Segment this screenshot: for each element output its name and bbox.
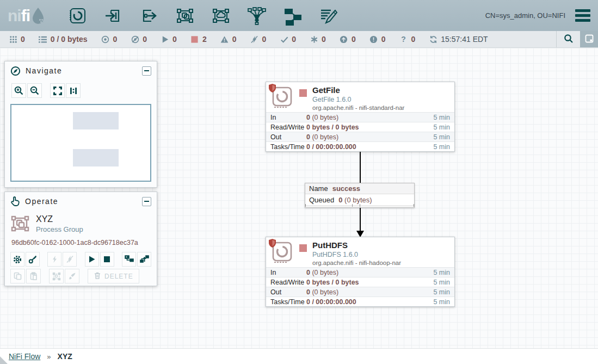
stat-row-tasks: Tasks/Time 0 / 00:00:00.000 5 min <box>266 141 454 151</box>
start-button[interactable] <box>85 252 99 267</box>
process-group-icon <box>10 214 30 233</box>
logo-text-fi: fi <box>21 7 30 24</box>
nifi-app: nifi <box>0 0 598 364</box>
navigate-collapse-button[interactable] <box>142 66 151 76</box>
delete-button-label: DELETE <box>104 273 133 280</box>
queued-count: 0 / 0 bytes <box>51 35 88 44</box>
disabled-status: 0 <box>250 35 266 44</box>
create-template-button[interactable] <box>122 252 136 267</box>
operate-buttons-row-1 <box>10 252 151 267</box>
stat-row-in: In 0 (0 bytes) 5 min <box>266 267 454 277</box>
locally-modified-count: 0 <box>322 35 326 44</box>
configure-button[interactable] <box>10 252 24 267</box>
stopped-status: 2 <box>190 35 207 44</box>
operate-palette: Operate XYZ Process Group 96db60fc-0162-… <box>4 192 157 286</box>
funnel-toolbar-icon[interactable] <box>246 5 267 26</box>
invalid-status: 0 <box>220 35 237 44</box>
minimap-processor-getfile <box>73 112 119 129</box>
breadcrumb-current[interactable]: XYZ <box>58 352 72 361</box>
zoom-actual-size-button[interactable] <box>66 83 81 98</box>
process-group-toolbar-icon[interactable] <box>175 5 195 26</box>
breadcrumb-root-link[interactable]: NiFi Flow <box>9 352 40 361</box>
restricted-shield-icon <box>269 239 276 250</box>
birdseye-minimap[interactable] <box>10 104 151 182</box>
locally-modified-icon <box>310 35 318 44</box>
status-bar-right <box>556 31 598 47</box>
birdseye-toggle-button[interactable] <box>580 31 598 47</box>
label-toolbar-icon[interactable] <box>318 5 339 26</box>
zoom-out-button[interactable] <box>27 83 42 98</box>
logo-text-ni: ni <box>8 7 21 24</box>
stat-window: 5 min <box>425 114 450 121</box>
input-port-toolbar-icon[interactable] <box>103 5 124 26</box>
stat-label: Out <box>270 288 306 296</box>
processor-stats-table: In 0 (0 bytes) 5 min Read/Write 0 bytes … <box>266 112 454 151</box>
zoom-fit-button[interactable] <box>50 83 65 98</box>
header-right: CN=sys_admin, OU=NIFI <box>485 9 590 22</box>
compass-icon <box>10 66 21 76</box>
stopped-icon <box>190 35 199 44</box>
flow-canvas[interactable]: GetFile GetFile 1.6.0 org.apache.nifi - … <box>0 48 598 348</box>
copy-button <box>10 269 25 283</box>
sync-failure-icon: ? <box>399 35 408 44</box>
selected-component-id: 96db60fc-0162-1000-1ac8-dc96718ec37a <box>11 239 151 246</box>
not-transmitting-icon <box>131 35 139 44</box>
processor-toolbar-icon[interactable] <box>67 5 88 26</box>
processor-name: PutHDFS <box>312 240 401 251</box>
nifi-drop-icon <box>31 7 45 27</box>
locally-modified-stale-count: 0 <box>381 35 386 44</box>
restricted-shield-icon <box>269 84 276 95</box>
upload-template-button[interactable] <box>137 252 151 267</box>
change-color-button <box>65 269 79 283</box>
connection-queued-label: Queued <box>309 196 334 204</box>
delete-button: DELETE <box>88 269 139 283</box>
refresh-icon <box>429 35 437 44</box>
not-transmitting-status: 0 <box>131 35 147 44</box>
component-toolbar <box>67 5 339 26</box>
processor-bundle: org.apache.nifi - nifi-hadoop-nar <box>312 259 401 267</box>
processor-icon <box>270 241 293 264</box>
stat-window: 5 min <box>425 269 450 276</box>
connection-name-value: success <box>332 184 360 193</box>
stat-value-rest: (0 bytes) <box>310 269 338 276</box>
flow-status-bar: 0 0 / 0 bytes 0 0 0 2 <box>0 31 598 48</box>
disabled-icon <box>250 35 258 44</box>
minus-icon <box>144 201 149 202</box>
search-button[interactable] <box>556 31 580 47</box>
stat-value-bold: 0 / 00:00:00.000 <box>306 143 356 151</box>
global-menu-icon[interactable] <box>575 9 590 22</box>
operate-collapse-button[interactable] <box>142 197 151 206</box>
stop-button[interactable] <box>100 252 114 267</box>
locally-modified-stale-icon <box>369 35 378 44</box>
stat-value-rest: (0 bytes) <box>310 114 338 121</box>
transmitting-icon <box>101 35 110 44</box>
stat-value-bold: 0 <box>306 269 310 276</box>
paste-button <box>26 269 41 283</box>
access-policies-button[interactable] <box>26 252 40 267</box>
stat-row-in: In 0 (0 bytes) 5 min <box>266 112 454 122</box>
up-to-date-icon <box>280 35 288 44</box>
operate-panel-header[interactable]: Operate <box>5 192 157 211</box>
connection-queue-gauge <box>305 206 414 207</box>
processor-version: GetFile 1.6.0 <box>312 96 404 104</box>
processor-getfile[interactable]: GetFile GetFile 1.6.0 org.apache.nifi - … <box>266 82 455 152</box>
processor-header: PutHDFS PutHDFS 1.6.0 org.apache.nifi - … <box>266 237 454 267</box>
current-user: CN=sys_admin, OU=NIFI <box>485 11 565 20</box>
stale-status: 0 <box>340 35 356 44</box>
stat-row-tasks: Tasks/Time 0 / 00:00:00.000 5 min <box>266 297 454 306</box>
stat-label: Tasks/Time <box>270 298 306 306</box>
template-toolbar-icon[interactable] <box>282 5 303 26</box>
navigate-panel-header[interactable]: Navigate <box>5 61 157 80</box>
connection-label[interactable]: Name success Queued 0 (0 bytes) <box>305 183 415 208</box>
processor-icon <box>270 86 293 109</box>
navigate-controls <box>5 80 157 100</box>
processor-puthdfs[interactable]: PutHDFS PutHDFS 1.6.0 org.apache.nifi - … <box>266 237 455 307</box>
minus-icon <box>144 70 149 71</box>
stat-label: Read/Write <box>270 124 306 131</box>
up-to-date-status: 0 <box>280 35 296 44</box>
remote-process-group-toolbar-icon[interactable] <box>211 5 231 26</box>
stat-value-bold: 0 bytes / 0 bytes <box>306 124 359 131</box>
output-port-toolbar-icon[interactable] <box>139 5 159 26</box>
stat-window: 5 min <box>425 279 450 286</box>
zoom-in-button[interactable] <box>11 83 26 98</box>
